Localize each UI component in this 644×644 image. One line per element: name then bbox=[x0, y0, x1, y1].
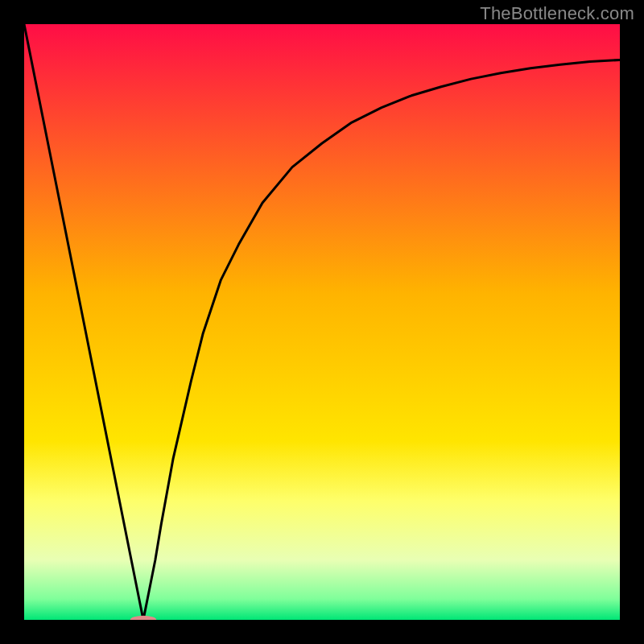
bottleneck-chart bbox=[24, 24, 620, 620]
gradient-background bbox=[24, 24, 620, 620]
chart-container bbox=[24, 24, 620, 620]
attribution-label: TheBottleneck.com bbox=[480, 3, 634, 24]
